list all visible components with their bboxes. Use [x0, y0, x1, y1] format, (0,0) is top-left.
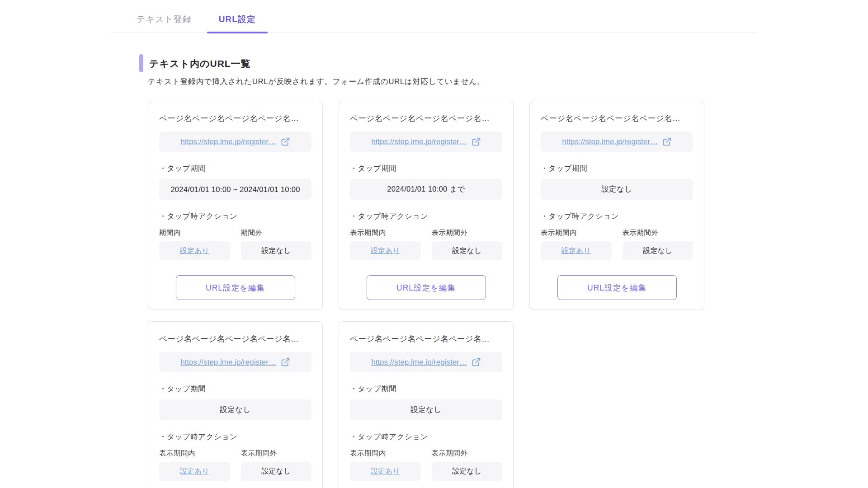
tap-period-label: ・タップ期間 [350, 384, 502, 394]
out-period-label: 表示期間外 [241, 449, 312, 458]
card-title: ページ名ページ名ページ名ページ名… [541, 113, 693, 124]
tap-action-label: ・タップ時アクション [350, 211, 502, 221]
card-title: ページ名ページ名ページ名ページ名… [350, 333, 502, 344]
action-col-in-period: 表示期間内 設定あり [350, 449, 421, 481]
in-period-label: 期間内 [159, 228, 230, 238]
out-period-label: 表示期間外 [432, 228, 503, 238]
card-title: ページ名ページ名ページ名ページ名… [159, 113, 311, 124]
section-title: テキスト内のURL一覧 [149, 54, 251, 70]
external-link-icon[interactable] [472, 137, 481, 146]
url-box: https://step.lme.jp/register… [350, 131, 502, 152]
action-col-out-period: 表示期間外 設定なし [432, 228, 503, 260]
out-period-value-box: 設定なし [241, 241, 312, 260]
action-columns: 表示期間内 設定あり 表示期間外 設定なし [350, 228, 502, 260]
out-period-label: 表示期間外 [432, 449, 503, 458]
content-area: テキスト登録 URL設定 テキスト内のURL一覧 テキスト登録内で挿入されたUR… [111, 0, 756, 488]
tap-action-label: ・タップ時アクション [159, 432, 311, 442]
setting-none-value: 設定なし [261, 467, 291, 476]
tap-period-value: 設定なし [350, 399, 502, 420]
action-col-in-period: 表示期間内 設定あり [350, 228, 421, 260]
in-period-label: 表示期間内 [159, 449, 230, 458]
tab-text-registration[interactable]: テキスト登録 [125, 14, 203, 33]
out-period-label: 期間外 [241, 228, 312, 238]
setting-none-value: 設定なし [452, 246, 481, 256]
in-period-value-box: 設定あり [159, 462, 230, 481]
in-period-value-box: 設定あり [159, 241, 230, 260]
in-period-value-box: 設定あり [541, 241, 612, 260]
action-col-out-period: 表示期間外 設定なし [432, 449, 503, 481]
url-link[interactable]: https://step.lme.jp/register… [371, 358, 467, 367]
url-box: https://step.lme.jp/register… [541, 131, 693, 152]
action-columns: 表示期間内 設定あり 表示期間外 設定なし [159, 449, 311, 481]
in-period-label: 表示期間内 [541, 228, 612, 238]
url-box: https://step.lme.jp/register… [159, 352, 311, 372]
tap-period-label: ・タップ期間 [159, 384, 311, 394]
in-period-value-box: 設定あり [350, 241, 421, 260]
tap-action-label: ・タップ時アクション [350, 432, 502, 442]
action-columns: 期間内 設定あり 期間外 設定なし [159, 228, 311, 260]
url-box: https://step.lme.jp/register… [159, 131, 311, 152]
external-link-icon[interactable] [281, 357, 290, 367]
tap-period-value: 2024/01/01 10:00 ~ 2024/01/01 10:00 [159, 179, 311, 200]
setting-none-value: 設定なし [643, 246, 672, 256]
url-card: ページ名ページ名ページ名ページ名… https://step.lme.jp/re… [339, 101, 514, 310]
url-link[interactable]: https://step.lme.jp/register… [371, 137, 467, 146]
out-period-value-box: 設定なし [432, 462, 503, 481]
setting-exists-link[interactable]: 設定あり [371, 246, 400, 256]
tap-period-label: ・タップ期間 [159, 164, 311, 174]
card-grid: ページ名ページ名ページ名ページ名… https://step.lme.jp/re… [148, 101, 756, 488]
action-col-out-period: 期間外 設定なし [241, 228, 312, 260]
url-link[interactable]: https://step.lme.jp/register… [562, 137, 658, 146]
action-columns: 表示期間内 設定あり 表示期間外 設定なし [541, 228, 693, 260]
setting-exists-link[interactable]: 設定あり [561, 246, 591, 256]
accent-bar [139, 54, 143, 72]
url-link[interactable]: https://step.lme.jp/register… [180, 137, 276, 146]
action-columns: 表示期間内 設定あり 表示期間外 設定なし [350, 449, 502, 481]
external-link-icon[interactable] [472, 357, 481, 367]
edit-url-settings-button[interactable]: URL設定を編集 [176, 275, 295, 300]
card-title: ページ名ページ名ページ名ページ名… [159, 333, 311, 344]
url-card: ページ名ページ名ページ名ページ名… https://step.lme.jp/re… [339, 321, 514, 488]
setting-exists-link[interactable]: 設定あり [371, 467, 400, 476]
in-period-value-box: 設定あり [350, 462, 421, 481]
page: テキスト登録 URL設定 テキスト内のURL一覧 テキスト登録内で挿入されたUR… [0, 0, 868, 488]
setting-exists-link[interactable]: 設定あり [180, 246, 209, 256]
tab-url-settings[interactable]: URL設定 [207, 14, 268, 33]
tap-period-value: 2024/01/01 10:00 まで [350, 179, 502, 200]
tap-period-value: 設定なし [159, 399, 311, 420]
in-period-label: 表示期間内 [350, 228, 421, 238]
action-col-out-period: 表示期間外 設定なし [241, 449, 312, 481]
out-period-value-box: 設定なし [623, 241, 693, 260]
out-period-value-box: 設定なし [432, 241, 503, 260]
out-period-label: 表示期間外 [623, 228, 693, 238]
edit-url-settings-button[interactable]: URL設定を編集 [367, 275, 486, 300]
action-col-in-period: 表示期間内 設定あり [541, 228, 612, 260]
external-link-icon[interactable] [662, 137, 672, 146]
tab-bar: テキスト登録 URL設定 [111, 0, 756, 33]
action-col-out-period: 表示期間外 設定なし [623, 228, 693, 260]
url-card: ページ名ページ名ページ名ページ名… https://step.lme.jp/re… [148, 321, 323, 488]
setting-none-value: 設定なし [261, 246, 291, 256]
url-box: https://step.lme.jp/register… [350, 352, 502, 372]
out-period-value-box: 設定なし [241, 462, 312, 481]
setting-exists-link[interactable]: 設定あり [180, 467, 209, 476]
action-col-in-period: 表示期間内 設定あり [159, 449, 230, 481]
tap-period-value: 設定なし [541, 179, 693, 200]
url-link[interactable]: https://step.lme.jp/register… [180, 358, 276, 367]
section-header: テキスト内のURL一覧 [139, 54, 756, 72]
url-card: ページ名ページ名ページ名ページ名… https://step.lme.jp/re… [148, 101, 323, 310]
tap-period-label: ・タップ期間 [541, 164, 693, 174]
tap-period-label: ・タップ期間 [350, 164, 502, 174]
tap-action-label: ・タップ時アクション [159, 211, 311, 221]
card-title: ページ名ページ名ページ名ページ名… [350, 113, 502, 124]
external-link-icon[interactable] [281, 137, 290, 146]
section-description: テキスト登録内で挿入されたURLが反映されます。フォーム作成のURLは対応してい… [148, 76, 756, 87]
tap-action-label: ・タップ時アクション [541, 211, 693, 221]
in-period-label: 表示期間内 [350, 449, 421, 458]
action-col-in-period: 期間内 設定あり [159, 228, 230, 260]
setting-none-value: 設定なし [452, 467, 481, 476]
edit-url-settings-button[interactable]: URL設定を編集 [557, 275, 677, 300]
url-card: ページ名ページ名ページ名ページ名… https://step.lme.jp/re… [529, 101, 704, 310]
